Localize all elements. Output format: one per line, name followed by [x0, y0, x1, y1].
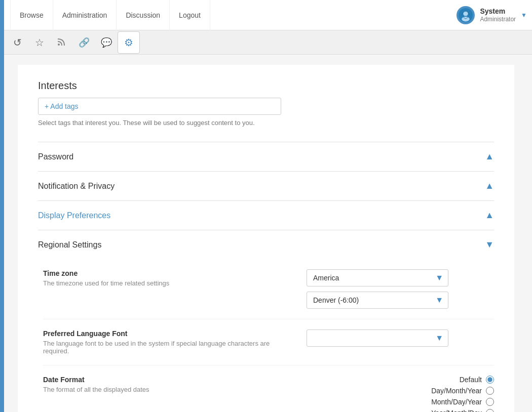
date-format-ymd-label: Year/Month/Day	[431, 409, 482, 412]
date-format-dmy-option[interactable]: Day/Month/Year	[431, 387, 494, 395]
settings-icon-btn[interactable]: ⚙	[118, 31, 140, 54]
main-content: Interests + Add tags Select tags that in…	[18, 65, 514, 412]
date-format-default-radio[interactable]	[486, 376, 494, 384]
regional-settings-toggle-icon: ▼	[485, 239, 494, 250]
rss-icon-btn[interactable]	[51, 31, 73, 54]
history-icon-btn[interactable]: ↺	[6, 31, 28, 54]
svg-point-2	[462, 17, 470, 21]
password-section-title: Password	[38, 152, 73, 161]
top-nav: Browse Administration Discussion Logout …	[0, 0, 532, 30]
icon-toolbar: ↺ ☆ 🔗 💬 ⚙	[0, 30, 532, 55]
top-nav-links: Browse Administration Discussion Logout	[10, 0, 210, 30]
date-format-label: Date Format	[43, 376, 296, 384]
password-section: Password ▲	[38, 142, 494, 172]
timezone-label-col: Time zone The timezone used for time rel…	[43, 269, 307, 287]
language-font-setting-row: Preferred Language Font The language fon…	[43, 329, 494, 365]
nav-browse[interactable]: Browse	[10, 0, 53, 30]
timezone-city-wrapper: Denver (-6:00) New York (-5:00) Los Ange…	[307, 292, 448, 309]
user-info: System Administrator	[480, 7, 516, 24]
date-format-setting-row: Date Format The format of all the displa…	[43, 376, 494, 412]
link-icon-btn[interactable]: 🔗	[73, 31, 95, 54]
star-icon: ☆	[35, 36, 44, 49]
svg-point-3	[58, 44, 60, 46]
language-font-wrapper: - - Select - - Latin Cyrillic Arabic Chi…	[307, 329, 448, 347]
language-font-desc: The language font to be used in the syst…	[43, 340, 296, 355]
date-format-label-col: Date Format The format of all the displa…	[43, 376, 307, 393]
date-format-control-col: Default Day/Month/Year Month/Day/Year	[307, 376, 494, 412]
comment-icon-btn[interactable]: 💬	[95, 31, 118, 54]
date-format-default-option[interactable]: Default	[460, 376, 494, 384]
notification-privacy-toggle-icon: ▲	[485, 181, 494, 191]
nav-discussion[interactable]: Discussion	[117, 0, 170, 30]
user-role: Administrator	[480, 16, 516, 24]
date-format-ymd-radio[interactable]	[486, 409, 494, 412]
tags-input-box[interactable]: + Add tags	[38, 98, 281, 115]
date-format-desc: The format of all the displayed dates	[43, 386, 296, 393]
add-tags-link[interactable]: + Add tags	[45, 102, 79, 110]
date-format-mdy-label: Month/Day/Year	[431, 398, 482, 406]
left-edge	[0, 0, 4, 412]
language-font-control-col: - - Select - - Latin Cyrillic Arabic Chi…	[307, 329, 494, 347]
notification-privacy-header[interactable]: Notification & Privacy ▲	[38, 172, 494, 200]
interests-title: Interests	[38, 80, 494, 92]
regional-settings-title: Regional Settings	[38, 240, 101, 250]
timezone-setting-row: Time zone The timezone used for time rel…	[43, 269, 494, 319]
nav-administration[interactable]: Administration	[53, 0, 117, 30]
display-preferences-header[interactable]: Display Preferences ▲	[38, 201, 494, 230]
date-format-radio-group: Default Day/Month/Year Month/Day/Year	[307, 376, 494, 412]
star-icon-btn[interactable]: ☆	[28, 31, 51, 54]
settings-icon: ⚙	[124, 36, 133, 49]
timezone-desc: The timezone used for time related setti…	[43, 279, 296, 287]
user-section[interactable]: System Administrator ▼	[457, 6, 527, 24]
language-font-select[interactable]: - - Select - - Latin Cyrillic Arabic Chi…	[307, 329, 448, 347]
interests-hint: Select tags that interest you. These wil…	[38, 119, 494, 127]
password-section-header[interactable]: Password ▲	[38, 142, 494, 171]
language-font-label-col: Preferred Language Font The language fon…	[43, 329, 307, 355]
user-name: System	[480, 7, 516, 16]
display-preferences-toggle-icon: ▲	[485, 210, 494, 221]
nav-logout[interactable]: Logout	[170, 0, 210, 30]
date-format-default-label: Default	[460, 376, 482, 384]
language-font-label: Preferred Language Font	[43, 329, 296, 338]
notification-privacy-title: Notification & Privacy	[38, 182, 115, 191]
avatar	[457, 6, 475, 24]
regional-settings-section: Regional Settings ▼ Time zone The timezo…	[38, 230, 494, 412]
regional-settings-content: Time zone The timezone used for time rel…	[38, 259, 494, 412]
timezone-control-col: America Europe Asia Pacific Africa ▼ Den…	[307, 269, 494, 309]
timezone-city-select[interactable]: Denver (-6:00) New York (-5:00) Los Ange…	[307, 292, 448, 309]
regional-settings-header[interactable]: Regional Settings ▼	[38, 230, 494, 259]
password-toggle-icon: ▲	[485, 151, 494, 162]
date-format-mdy-option[interactable]: Month/Day/Year	[431, 398, 494, 406]
history-icon: ↺	[13, 36, 22, 49]
display-preferences-title: Display Preferences	[38, 211, 110, 220]
date-format-mdy-radio[interactable]	[486, 398, 494, 406]
comment-icon: 💬	[101, 37, 112, 48]
interests-section: Interests + Add tags Select tags that in…	[38, 80, 494, 142]
notification-privacy-section: Notification & Privacy ▲	[38, 172, 494, 201]
timezone-region-wrapper: America Europe Asia Pacific Africa ▼	[307, 269, 448, 286]
date-format-dmy-radio[interactable]	[486, 387, 494, 395]
user-dropdown-arrow: ▼	[521, 12, 527, 19]
timezone-region-select[interactable]: America Europe Asia Pacific Africa	[307, 269, 448, 286]
timezone-label: Time zone	[43, 269, 296, 277]
link-icon: 🔗	[79, 37, 90, 48]
rss-icon	[57, 36, 67, 49]
display-preferences-section: Display Preferences ▲	[38, 201, 494, 230]
date-format-ymd-option[interactable]: Year/Month/Day	[431, 409, 494, 412]
date-format-dmy-label: Day/Month/Year	[431, 387, 482, 395]
